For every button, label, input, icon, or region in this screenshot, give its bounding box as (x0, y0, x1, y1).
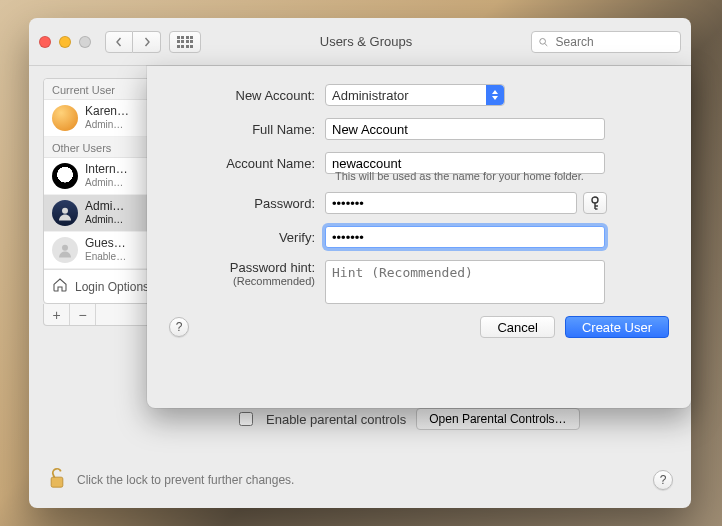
full-name-input[interactable] (325, 118, 605, 140)
svg-point-3 (62, 245, 68, 251)
user-name: Karen… (85, 105, 129, 119)
account-type-value: Administrator (332, 88, 409, 103)
svg-rect-4 (51, 477, 63, 487)
search-icon (538, 36, 549, 48)
avatar (52, 200, 78, 226)
avatar (52, 105, 78, 131)
account-name-label: Account Name: (169, 156, 325, 171)
window-title: Users & Groups (320, 34, 412, 49)
toolbar: Users & Groups (29, 18, 691, 66)
hint-label: Password hint: (Recommended) (169, 260, 325, 287)
add-user-button[interactable]: + (44, 304, 70, 325)
zoom-window-icon (79, 36, 91, 48)
window-controls (39, 36, 91, 48)
open-parental-controls-button[interactable]: Open Parental Controls… (416, 408, 579, 430)
close-window-icon[interactable] (39, 36, 51, 48)
nav-buttons (105, 31, 161, 53)
create-user-button[interactable]: Create User (565, 316, 669, 338)
remove-user-button[interactable]: − (70, 304, 96, 325)
house-icon (52, 277, 68, 296)
back-button[interactable] (105, 31, 133, 53)
password-label: Password: (169, 196, 325, 211)
verify-label: Verify: (169, 230, 325, 245)
parental-controls-row: Enable parental controls Open Parental C… (229, 408, 677, 430)
avatar (52, 237, 78, 263)
sheet-help-button[interactable]: ? (169, 317, 189, 337)
search-input[interactable] (554, 34, 674, 50)
lock-footer: Click the lock to prevent further change… (29, 465, 691, 508)
show-all-button[interactable] (169, 31, 201, 53)
svg-point-2 (62, 208, 68, 214)
user-name: Gues… (85, 237, 126, 251)
minimize-window-icon[interactable] (59, 36, 71, 48)
parental-checkbox[interactable] (239, 412, 253, 426)
new-account-sheet: New Account: Administrator Full Name: Ac… (147, 66, 691, 408)
user-role: Admin… (85, 214, 124, 226)
lock-text: Click the lock to prevent further change… (77, 473, 294, 487)
password-assistant-button[interactable] (583, 192, 607, 214)
user-name: Admi… (85, 200, 124, 214)
login-options-label: Login Options (75, 280, 149, 294)
full-name-label: Full Name: (169, 122, 325, 137)
select-arrows-icon (486, 85, 504, 105)
svg-point-5 (592, 197, 598, 203)
password-hint-input[interactable] (325, 260, 605, 304)
user-role: Enable… (85, 251, 126, 263)
user-name: Intern… (85, 163, 128, 177)
password-input[interactable] (325, 192, 577, 214)
unlocked-lock-icon[interactable] (47, 465, 67, 494)
cancel-button[interactable]: Cancel (480, 316, 554, 338)
svg-line-1 (545, 43, 547, 45)
account-type-select[interactable]: Administrator (325, 84, 505, 106)
avatar (52, 163, 78, 189)
new-account-label: New Account: (169, 88, 325, 103)
svg-point-0 (540, 38, 546, 44)
parental-label: Enable parental controls (266, 412, 406, 427)
forward-button[interactable] (133, 31, 161, 53)
search-field[interactable] (531, 31, 681, 53)
prefs-window: Users & Groups Current User Karen… Admin… (29, 18, 691, 508)
help-button[interactable]: ? (653, 470, 673, 490)
user-role: Admin… (85, 177, 128, 189)
grid-icon (177, 36, 194, 48)
verify-input[interactable] (325, 226, 605, 248)
user-role: Admin… (85, 119, 129, 131)
key-icon (589, 196, 601, 210)
